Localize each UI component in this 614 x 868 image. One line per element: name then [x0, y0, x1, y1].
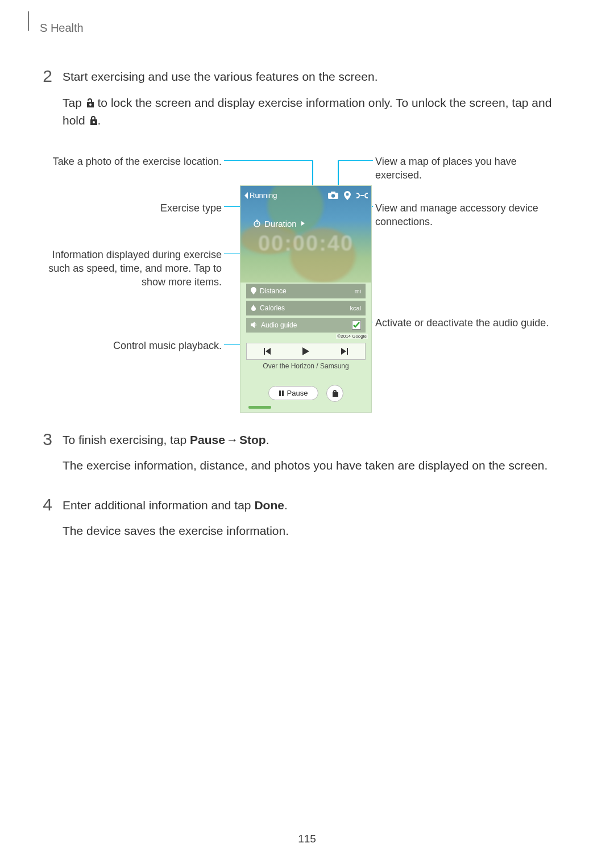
play-button[interactable] — [302, 347, 309, 355]
svg-rect-2 — [331, 192, 335, 193]
audio-guide-label: Audio guide — [261, 321, 297, 329]
svg-rect-4 — [256, 220, 258, 221]
camera-icon[interactable] — [328, 192, 338, 199]
speaker-icon — [251, 322, 258, 328]
step-4-line-2: The device saves the exercise informatio… — [63, 522, 574, 540]
distance-pin-icon — [251, 287, 256, 294]
accessory-link-icon[interactable] — [356, 192, 368, 199]
step-3-line-2: The exercise information, distance, and … — [63, 456, 574, 475]
track-info: Over the Horizon / Samsung — [240, 362, 371, 370]
svg-point-1 — [331, 194, 335, 197]
pause-button[interactable]: Pause — [268, 386, 319, 400]
map-attribution: ©2014 Google — [336, 334, 368, 339]
callout-exercise-type: Exercise type — [40, 201, 222, 215]
flame-icon — [251, 304, 256, 312]
calories-label: Calories — [260, 304, 285, 312]
section-header: S Health — [40, 22, 574, 35]
callout-photo: Take a photo of the exercise location. — [40, 155, 222, 168]
step-3: 3 To finish exercising, tap Pause → Stop… — [40, 431, 574, 483]
exercise-type-label: Running — [250, 191, 277, 200]
svg-rect-7 — [282, 391, 284, 396]
step-2-line-1: Start exercising and use the various fea… — [63, 68, 574, 86]
duration-selector[interactable]: Duration — [253, 219, 305, 229]
distance-unit: mi — [354, 288, 361, 294]
pause-icon — [279, 391, 284, 396]
step-number: 2 — [40, 68, 52, 138]
map-pin-icon[interactable] — [344, 191, 351, 200]
chevron-left-icon — [244, 192, 248, 199]
back-button[interactable]: Running — [244, 191, 277, 200]
calories-unit: kcal — [350, 305, 361, 312]
lock-closed-icon — [89, 114, 98, 127]
distance-row[interactable]: Distance mi — [246, 284, 366, 298]
svg-line-5 — [257, 223, 258, 225]
duration-label: Duration — [264, 219, 297, 229]
exercise-screen-mock: Running Duration 00:00:40 Dist — [240, 185, 372, 413]
svg-rect-6 — [279, 391, 281, 396]
distance-label: Distance — [260, 287, 287, 295]
step-4-line-1: Enter additional information and tap Don… — [63, 496, 574, 514]
callout-map: View a map of places you have exercised. — [375, 155, 557, 182]
callout-music: Control music playback. — [40, 339, 222, 352]
step-2: 2 Start exercising and use the various f… — [40, 68, 574, 138]
dropdown-indicator-icon — [301, 221, 305, 226]
step-number: 4 — [40, 496, 52, 548]
step-2-line-2: Tap to lock the screen and display exerc… — [63, 94, 574, 130]
page-number: 115 — [0, 833, 614, 845]
music-controls — [246, 343, 366, 360]
check-icon — [353, 322, 360, 329]
callout-audio-guide: Activate or deactivate the audio guide. — [375, 316, 557, 330]
step-number: 3 — [40, 431, 52, 483]
step-4: 4 Enter additional information and tap D… — [40, 496, 574, 548]
lock-screen-button[interactable] — [326, 385, 343, 402]
exercise-screen-figure: Take a photo of the exercise location. E… — [40, 151, 574, 417]
previous-track-button[interactable] — [263, 348, 271, 355]
pause-button-label: Pause — [287, 389, 308, 397]
lock-open-icon — [85, 96, 94, 109]
next-track-button[interactable] — [341, 348, 349, 355]
audio-guide-checkbox[interactable] — [352, 321, 361, 330]
stopwatch-icon — [253, 219, 261, 227]
audio-guide-row[interactable]: Audio guide — [246, 318, 366, 333]
callout-info-displayed: Information displayed during exercise su… — [40, 248, 222, 289]
calories-row[interactable]: Calories kcal — [246, 301, 366, 315]
lock-icon — [331, 389, 338, 397]
callout-accessory: View and manage accessory device connect… — [375, 201, 557, 229]
step-3-line-1: To finish exercising, tap Pause → Stop. — [63, 431, 574, 449]
